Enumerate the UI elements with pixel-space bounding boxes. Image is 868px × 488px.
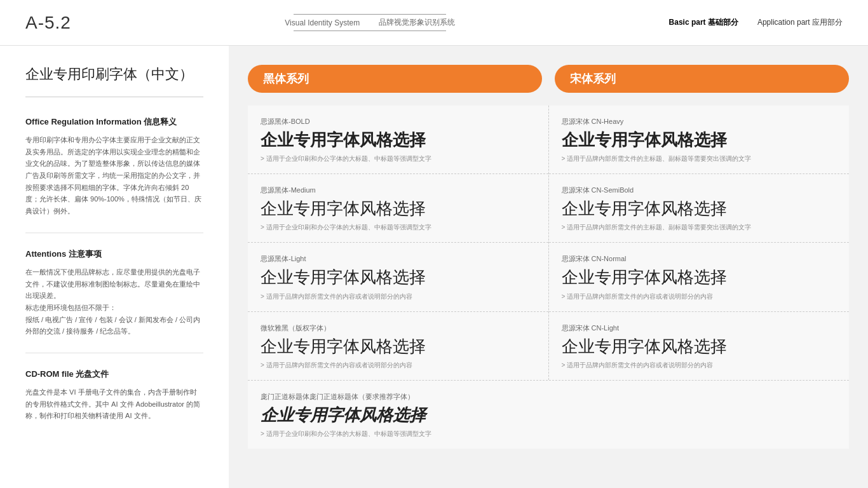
songti-normal-name: 思源宋体 CN-Normal [562, 254, 837, 264]
sidebar-section-cdrom: CD-ROM file 光盘文件 光盘文件是本 VI 手册电子文件的集合，内含手… [25, 369, 203, 437]
pangmen-name: 庞门正道标题体庞门正道标题体（要求推荐字体） [261, 392, 836, 402]
heiti-badge: 黑体系列 [248, 65, 542, 93]
font-grid: 思源黑体-BOLD 企业专用字体风格选择 > 适用于企业印刷和办公字体的大标题、… [248, 105, 849, 380]
weisofont-card: 微软雅黑（版权字体） 企业专用字体风格选择 > 适用于品牌内部所需文件的内容或者… [248, 312, 548, 380]
vis-title-cn: 品牌视觉形象识别系统 [379, 17, 455, 28]
heiti-light-card: 思源黑体-Light 企业专用字体风格选择 > 适用于品牌内部所需文件的内容或者… [248, 243, 548, 311]
font-content: 黑体系列 宋体系列 思源黑体-BOLD 企业专用字体风格选择 > 适用于企业印刷… [229, 46, 868, 488]
heiti-bold-usage: > 适用于企业印刷和办公字体的大标题、中标题等强调型文字 [261, 154, 536, 163]
songti-badge: 宋体系列 [555, 65, 849, 93]
songti-semibold-demo: 企业专用字体风格选择 [562, 199, 837, 219]
songti-light-card: 思源宋体 CN-Light 企业专用字体风格选择 > 适用于品牌内部所需文件的内… [549, 312, 850, 380]
songti-normal-usage: > 适用于品牌内部所需文件的内容或者说明部分的内容 [562, 292, 837, 301]
main-content: 企业专用印刷字体（中文） Office Regulation Informati… [0, 46, 868, 488]
weisofont-demo: 企业专用字体风格选择 [261, 337, 536, 356]
nav-application[interactable]: Application part 应用部分 [757, 17, 843, 28]
heiti-light-demo: 企业专用字体风格选择 [261, 268, 536, 287]
header-divider-bottom [294, 30, 446, 31]
series-badges-row: 黑体系列 宋体系列 [248, 65, 849, 93]
sidebar-section-attentions: Attentions 注意事项 在一般情况下使用品牌标志，应尽量使用提供的光盘电… [25, 248, 203, 353]
heiti-bold-name: 思源黑体-BOLD [261, 117, 536, 126]
pangmen-demo: 企业专用字体风格选择 [261, 405, 836, 425]
heiti-medium-card: 思源黑体-Medium 企业专用字体风格选择 > 适用于企业印刷和办公字体的大标… [248, 174, 548, 243]
weisofont-name: 微软雅黑（版权字体） [261, 323, 536, 333]
heiti-medium-usage: > 适用于企业印刷和办公字体的大标题、中标题等强调型文字 [261, 222, 536, 232]
songti-light-name: 思源宋体 CN-Light [562, 323, 837, 333]
songti-heavy-usage: > 适用于品牌内部所需文件的主标题、副标题等需要突出强调的文字 [562, 154, 837, 163]
heiti-medium-name: 思源黑体-Medium [261, 186, 536, 195]
header-titles: Visual Identity System 品牌视觉形象识别系统 [285, 17, 455, 28]
pangmen-card: 庞门正道标题体庞门正道标题体（要求推荐字体） 企业专用字体风格选择 > 适用于企… [248, 380, 849, 449]
sidebar-section-body-office: 专用印刷字体和专用办公字体主要应用于企业文献的正文及实务用品。所选定的字体用以实… [25, 134, 203, 217]
heiti-medium-demo: 企业专用字体风格选择 [261, 199, 536, 219]
heiti-bold-demo: 企业专用字体风格选择 [261, 130, 536, 150]
sidebar-section-title-attentions: Attentions 注意事项 [25, 248, 203, 260]
weisofont-usage: > 适用于品牌内部所需文件的内容或者说明部分的内容 [261, 360, 536, 370]
songti-light-demo: 企业专用字体风格选择 [562, 337, 837, 356]
page-header: A-5.2 Visual Identity System 品牌视觉形象识别系统 … [0, 0, 868, 46]
songti-semibold-name: 思源宋体 CN-SemiBold [562, 186, 837, 195]
vis-title-en: Visual Identity System [285, 18, 360, 27]
sidebar-section-body-cdrom: 光盘文件是本 VI 手册电子文件的集合，内含手册制作时的专用软件格式文件。其中 … [25, 386, 203, 422]
songti-semibold-usage: > 适用于品牌内部所需文件的主标题、副标题等需要突出强调的文字 [562, 222, 837, 232]
songti-heavy-card: 思源宋体 CN-Heavy 企业专用字体风格选择 > 适用于品牌内部所需文件的主… [549, 105, 850, 174]
sidebar-section-body-attentions: 在一般情况下使用品牌标志，应尽量使用提供的光盘电子文件，不建议使用标准制图绘制标… [25, 266, 203, 337]
heiti-light-name: 思源黑体-Light [261, 254, 536, 264]
pangmen-usage: > 适用于企业印刷和办公字体的大标题、中标题等强调型文字 [261, 429, 836, 438]
heiti-bold-card: 思源黑体-BOLD 企业专用字体风格选择 > 适用于企业印刷和办公字体的大标题、… [248, 105, 548, 174]
sidebar-section-title-office: Office Regulation Information 信息释义 [25, 116, 203, 128]
header-divider [294, 14, 446, 15]
songti-column: 思源宋体 CN-Heavy 企业专用字体风格选择 > 适用于品牌内部所需文件的主… [549, 105, 850, 380]
heiti-column: 思源黑体-BOLD 企业专用字体风格选择 > 适用于企业印刷和办公字体的大标题、… [248, 105, 549, 380]
page-code: A-5.2 [25, 13, 71, 33]
songti-heavy-demo: 企业专用字体风格选择 [562, 130, 837, 150]
heiti-light-usage: > 适用于品牌内部所需文件的内容或者说明部分的内容 [261, 292, 536, 301]
sidebar-title: 企业专用印刷字体（中文） [25, 65, 203, 97]
header-left: A-5.2 [25, 13, 71, 33]
songti-heavy-name: 思源宋体 CN-Heavy [562, 117, 837, 126]
sidebar: 企业专用印刷字体（中文） Office Regulation Informati… [0, 46, 229, 488]
songti-normal-card: 思源宋体 CN-Normal 企业专用字体风格选择 > 适用于品牌内部所需文件的… [549, 243, 850, 311]
songti-normal-demo: 企业专用字体风格选择 [562, 268, 837, 287]
header-nav: Basic part 基础部分 Application part 应用部分 [669, 17, 843, 28]
nav-basic[interactable]: Basic part 基础部分 [669, 17, 738, 28]
header-center: Visual Identity System 品牌视觉形象识别系统 [285, 14, 455, 31]
sidebar-section-office: Office Regulation Information 信息释义 专用印刷字… [25, 116, 203, 233]
sidebar-section-title-cdrom: CD-ROM file 光盘文件 [25, 369, 203, 380]
songti-semibold-card: 思源宋体 CN-SemiBold 企业专用字体风格选择 > 适用于品牌内部所需文… [549, 174, 850, 243]
songti-light-usage: > 适用于品牌内部所需文件的内容或者说明部分的内容 [562, 360, 837, 370]
